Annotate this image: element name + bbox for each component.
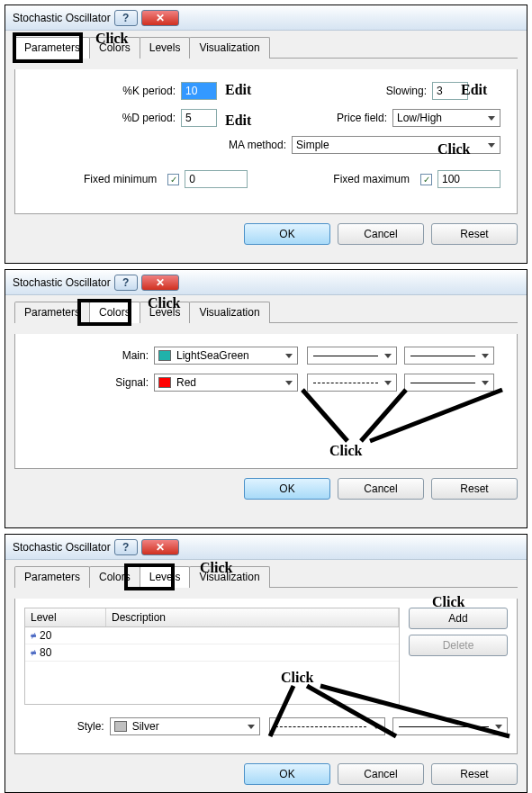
reset-button[interactable]: Reset [431,223,518,245]
tab-colors[interactable]: Colors [89,37,140,59]
signal-linestyle-select[interactable] [307,374,397,392]
delete-button[interactable]: Delete [409,635,508,656]
line-solid-icon [399,726,489,727]
ok-button[interactable]: OK [244,763,330,785]
level-icon: ≠ [31,647,36,658]
titlebar[interactable]: Stochastic Oscillator ? ✕ [5,535,527,560]
close-button[interactable]: ✕ [141,539,179,555]
line-dash-icon [275,726,365,727]
dialog-levels: Stochastic Oscillator ? ✕ Parameters Col… [5,534,527,793]
k-period-input[interactable] [181,82,217,100]
dialog-parameters: Stochastic Oscillator ? ✕ Parameters Col… [5,5,527,264]
style-linewidth-select[interactable] [392,717,508,735]
tab-levels[interactable]: Levels [140,302,191,323]
ma-method-select[interactable]: Simple [292,136,500,154]
tab-levels[interactable]: Levels [140,566,191,588]
tab-strip: Parameters Colors Levels Visualization [14,565,518,588]
cancel-button[interactable]: Cancel [338,763,424,785]
signal-color-label: Signal: [32,376,149,389]
window-title: Stochastic Oscillator [13,276,111,289]
tab-strip: Parameters Colors Levels Visualization [14,301,518,323]
k-period-label: %K period: [32,85,176,97]
fixed-max-label: Fixed maximum [333,173,410,185]
tab-parameters[interactable]: Parameters [14,566,90,588]
close-icon: ✕ [156,276,165,289]
line-dash-icon [313,383,378,383]
color-swatch-icon [158,377,171,388]
style-linestyle-select[interactable] [269,717,384,735]
signal-linewidth-select[interactable] [404,374,494,392]
cancel-button[interactable]: Cancel [338,478,424,500]
ma-method-label: MA method: [229,139,286,151]
line-solid-icon [410,356,475,356]
slowing-input[interactable] [432,82,468,100]
tab-levels[interactable]: Levels [140,37,191,59]
fixed-max-checkbox[interactable] [420,174,432,185]
button-row: OK Cancel Reset [14,478,518,500]
fixed-min-input[interactable] [185,170,248,188]
color-swatch-icon [114,721,127,732]
tab-visualization[interactable]: Visualization [189,566,269,588]
tab-colors[interactable]: Colors [89,566,140,588]
close-button[interactable]: ✕ [141,10,179,26]
line-solid-icon [410,383,475,383]
help-button[interactable]: ? [114,275,138,291]
d-period-input[interactable] [181,109,217,127]
d-period-label: %D period: [32,112,176,124]
tab-visualization[interactable]: Visualization [189,302,269,323]
parameters-panel: %K period: Slowing: %D period: Price fie… [14,69,518,214]
close-icon: ✕ [156,12,165,24]
tab-parameters[interactable]: Parameters [14,302,90,323]
cancel-button[interactable]: Cancel [338,223,424,245]
window-title: Stochastic Oscillator [13,12,111,24]
fixed-max-input[interactable] [437,170,500,188]
slowing-label: Slowing: [386,85,427,97]
ok-button[interactable]: OK [244,478,330,500]
color-swatch-icon [158,350,171,361]
signal-color-select[interactable]: Red [154,374,298,392]
tab-parameters[interactable]: Parameters [14,37,90,59]
table-row[interactable]: ≠80 [25,644,399,662]
tab-visualization[interactable]: Visualization [189,37,269,59]
tab-strip: Parameters Colors Levels Visualization [14,36,518,59]
line-solid-icon [313,356,378,356]
main-color-label: Main: [32,349,149,362]
ok-button[interactable]: OK [244,223,330,245]
main-linestyle-select[interactable] [307,347,397,365]
reset-button[interactable]: Reset [431,763,518,785]
colors-panel: Main: LightSeaGreen Signal: Red [14,334,518,469]
levels-panel: Level Description ≠20 ≠80 Add Delete Sty [14,599,518,754]
button-row: OK Cancel Reset [14,763,518,785]
tab-colors[interactable]: Colors [89,302,140,323]
titlebar[interactable]: Stochastic Oscillator ? ✕ [5,270,527,295]
main-color-select[interactable]: LightSeaGreen [154,347,298,365]
main-linewidth-select[interactable] [404,347,494,365]
fixed-min-checkbox[interactable] [167,174,179,185]
level-icon: ≠ [31,630,36,641]
reset-button[interactable]: Reset [431,478,518,500]
help-button[interactable]: ? [114,10,138,26]
fixed-min-label: Fixed minimum [84,173,157,185]
close-icon: ✕ [156,541,165,554]
col-description: Description [106,608,399,626]
window-title: Stochastic Oscillator [13,541,111,554]
style-color-select[interactable]: Silver [110,717,261,735]
titlebar[interactable]: Stochastic Oscillator ? ✕ [5,5,527,31]
table-row[interactable]: ≠20 [25,627,399,644]
price-field-select[interactable]: Low/High [392,109,500,127]
col-level: Level [25,608,106,626]
dialog-colors: Stochastic Oscillator ? ✕ Parameters Col… [5,269,527,528]
price-field-label: Price field: [337,112,387,124]
style-label: Style: [24,720,104,733]
close-button[interactable]: ✕ [141,275,179,291]
help-button[interactable]: ? [114,539,138,555]
add-button[interactable]: Add [409,608,508,629]
levels-table[interactable]: Level Description ≠20 ≠80 [24,608,400,705]
button-row: OK Cancel Reset [14,223,518,245]
